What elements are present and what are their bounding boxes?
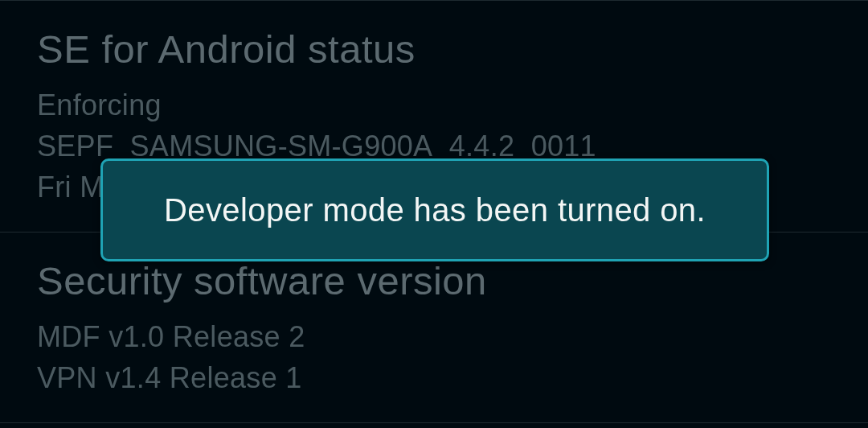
item-value: VPN v1.4 Release 1: [37, 357, 831, 398]
item-title: SE for Android status: [37, 27, 831, 73]
toast-message: Developer mode has been turned on.: [164, 192, 706, 228]
toast: Developer mode has been turned on.: [100, 158, 769, 261]
item-value: MDF v1.0 Release 2: [37, 316, 831, 357]
item-value: Enforcing: [37, 84, 831, 126]
item-title: Security software version: [37, 258, 831, 305]
